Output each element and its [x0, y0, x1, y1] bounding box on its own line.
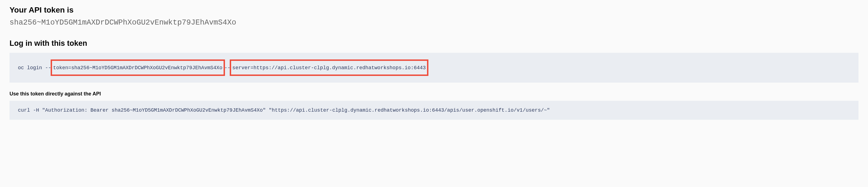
curl-command-block[interactable]: curl -H "Authorization: Bearer sha256~M1… — [9, 101, 859, 120]
login-heading: Log in with this token — [9, 39, 859, 48]
login-command-block[interactable]: oc login --token=sha256~M1oYD5GM1mAXDrDC… — [9, 53, 859, 83]
login-server-highlight: server=https://api.cluster-clplg.dynamic… — [230, 60, 428, 76]
login-command-middle: -- — [224, 65, 230, 71]
login-token-highlight: token=sha256~M1oYD5GM1mAXDrDCWPhXoGU2vEn… — [51, 60, 225, 76]
login-command-prefix: oc login -- — [18, 65, 51, 71]
api-token-value: sha256~M1oYD5GM1mAXDrDCWPhXoGU2vEnwktp79… — [9, 18, 859, 27]
use-directly-heading: Use this token directly against the API — [9, 91, 859, 97]
api-token-heading: Your API token is — [9, 6, 859, 14]
curl-command-text: curl -H "Authorization: Bearer sha256~M1… — [18, 107, 550, 113]
